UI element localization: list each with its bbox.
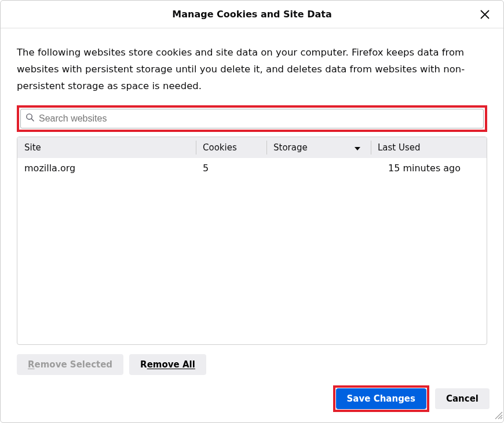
close-icon[interactable] [479,9,491,23]
remove-all-prefix: R [140,359,147,370]
search-highlight-box [17,105,487,132]
dialog-body: The following websites store cookies and… [1,28,503,375]
dialog-footer: Save Changes Cancel [1,375,503,422]
svg-line-4 [501,417,502,419]
sort-descending-icon [355,142,360,153]
search-field-wrapper [20,109,484,128]
manage-cookies-dialog: Manage Cookies and Site Data The followi… [0,0,504,423]
remove-selected-accesskey: R [28,359,35,370]
remove-selected-label-rest: emove Selected [35,359,113,370]
dialog-header: Manage Cookies and Site Data [1,1,503,28]
save-highlight-box: Save Changes [333,385,429,412]
remove-all-accesskey: emove All [147,359,195,370]
remove-actions-row: Remove Selected Remove All [17,345,487,375]
cell-site: mozilla.org [17,163,196,174]
cell-last-used: 15 minutes ago [371,163,487,174]
table-header-row: Site Cookies Storage Last Used [17,137,487,158]
resize-grip-icon[interactable] [494,410,503,422]
svg-line-1 [31,119,34,121]
dialog-title: Manage Cookies and Site Data [172,9,331,20]
cancel-button[interactable]: Cancel [435,388,490,409]
remove-all-button[interactable]: Remove All [129,354,206,375]
remove-selected-button[interactable]: Remove Selected [17,354,123,375]
column-storage-label: Storage [273,142,308,153]
table-body: mozilla.org 5 15 minutes ago [17,158,487,344]
table-row[interactable]: mozilla.org 5 15 minutes ago [17,158,487,179]
search-input[interactable] [39,109,479,128]
dialog-description: The following websites store cookies and… [17,45,487,95]
sites-table: Site Cookies Storage Last Used mozilla.o… [17,137,487,345]
column-site[interactable]: Site [17,137,196,158]
cell-cookies: 5 [196,163,266,174]
column-storage[interactable]: Storage [266,137,371,158]
column-cookies[interactable]: Cookies [196,137,266,158]
search-icon [25,113,34,124]
column-last-used[interactable]: Last Used [371,137,487,158]
save-changes-button[interactable]: Save Changes [336,388,426,409]
